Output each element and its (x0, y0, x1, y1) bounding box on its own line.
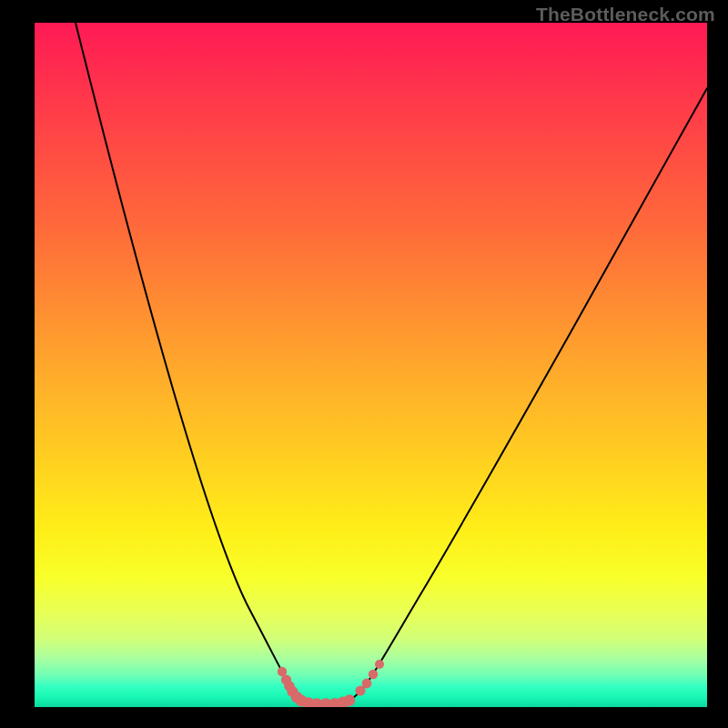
curve-marker (369, 670, 378, 679)
curve-marker (344, 694, 356, 706)
chart-frame: TheBottleneck.com (0, 0, 728, 728)
curve-marker (375, 660, 384, 669)
watermark-text: TheBottleneck.com (536, 4, 715, 25)
curve-markers-left (278, 667, 356, 707)
plot-area (35, 23, 707, 707)
bottleneck-curve (76, 23, 707, 704)
curve-marker (362, 679, 372, 689)
bottleneck-curve-layer (35, 23, 707, 707)
